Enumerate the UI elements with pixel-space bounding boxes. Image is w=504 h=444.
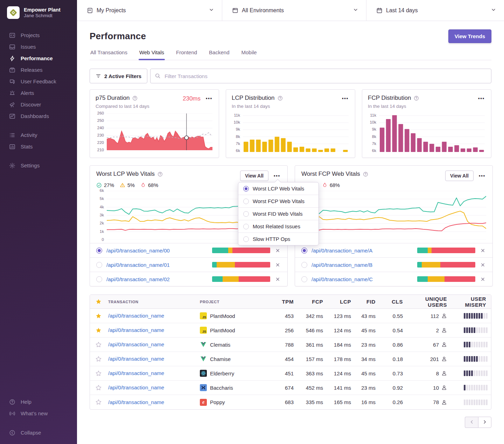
sidebar-item-dashboards[interactable]: Dashboards [0,110,77,122]
transaction-radio[interactable] [301,276,307,282]
filter-transactions-input[interactable] [150,69,491,83]
p75-more-options-button[interactable]: ⋯ [205,95,213,103]
column-header-user-misery[interactable]: USER MISERY [450,296,491,308]
menu-option-radio[interactable] [243,224,249,229]
column-header-cls[interactable]: CLS [378,299,406,305]
remove-transaction-button[interactable] [274,247,281,254]
view-all-button[interactable]: View All [240,171,268,181]
org-switcher[interactable]: Empower Plant Jane Schmidt [0,0,77,26]
sidebar-item-alerts[interactable]: Alerts [0,87,77,99]
sidebar-item-discover[interactable]: Discover [0,99,77,110]
remove-transaction-button[interactable] [274,262,281,268]
help-icon[interactable] [363,172,368,177]
star-outline-icon[interactable] [90,342,105,348]
transaction-link[interactable]: /api/0/transaction_name/C [312,276,413,282]
menu-option-worst-fid-web-vitals[interactable]: Worst FID Web Vitals [238,208,318,220]
transaction-radio[interactable] [96,248,102,254]
menu-option-radio[interactable] [243,236,249,242]
transaction-radio[interactable] [301,262,307,268]
transaction-radio[interactable] [96,262,102,268]
sidebar-item-issues[interactable]: Issues [0,41,77,53]
project-cell[interactable]: JSPlantMood [197,327,273,334]
active-filters-button[interactable]: 2 Active Filters [90,69,147,83]
column-header-unique-users[interactable]: UNIQUE USERS [406,296,450,308]
project-cell[interactable]: Baccharis [197,384,273,391]
transaction-link[interactable]: /api/0/transaction_name [108,370,164,376]
transaction-link[interactable]: /api/0/transaction_name [108,356,164,362]
menu-option-slow-http-ops[interactable]: Slow HTTP Ops [238,233,318,245]
transaction-link[interactable]: /api/0/transaction_name/B [312,262,413,268]
sidebar-item-activity[interactable]: Activity [0,129,77,141]
remove-transaction-button[interactable] [479,262,486,268]
star-outline-icon[interactable] [90,370,105,376]
column-header-fid[interactable]: FID [354,299,378,305]
sidebar-item-collapse[interactable]: Collapse [0,427,77,438]
transaction-link[interactable]: /api/0/transaction_name [108,399,164,405]
column-header-fcp[interactable]: FCP [296,299,326,305]
tab-mobile[interactable]: Mobile [240,49,257,60]
previous-page-button[interactable] [465,417,478,428]
transaction-link[interactable]: /api/0/transaction_name [108,327,164,333]
sidebar-item-performance[interactable]: Performance [0,53,77,64]
remove-transaction-button[interactable] [479,247,486,254]
transaction-link[interactable]: /api/0/transaction_name/01 [106,262,208,268]
tab-all-transactions[interactable]: All Transactions [90,49,128,60]
star-outline-icon[interactable] [90,399,105,405]
tab-backend[interactable]: Backend [208,49,230,60]
transaction-radio[interactable] [301,248,307,254]
transaction-link[interactable]: /api/0/transaction_name/A [312,248,413,254]
help-icon[interactable] [132,96,138,101]
project-cell[interactable]: Elderberry [197,370,273,377]
menu-option-radio[interactable] [243,199,249,204]
menu-option-worst-lcp-web-vitals[interactable]: Worst LCP Web Vitals [238,182,318,195]
menu-option-worst-fcp-web-vitals[interactable]: Worst FCP Web Vitals [238,195,318,208]
view-trends-button[interactable]: View Trends [448,29,491,43]
sidebar-item-projects[interactable]: Projects [0,29,77,41]
menu-option-most-related-issues[interactable]: Most Related Issues [238,220,318,233]
project-cell[interactable]: ePoppy [197,399,273,406]
fcp-more-options-button[interactable]: ⋯ [477,95,485,103]
column-header-tpm[interactable]: TPM [273,299,296,305]
column-header-transaction[interactable]: TRANSACTION [105,300,197,304]
star-filled-icon[interactable] [90,327,105,333]
project-cell[interactable]: JSPlantMood [197,312,273,319]
lcp-more-options-button[interactable]: ⋯ [341,95,349,103]
transaction-link[interactable]: /api/0/transaction_name [108,313,164,319]
star-outline-icon[interactable] [90,385,105,391]
remove-transaction-button[interactable] [274,276,281,283]
menu-option-radio[interactable] [243,186,249,192]
user-misery-cell [450,385,491,390]
project-cell[interactable]: Clematis [197,341,273,348]
star-outline-icon[interactable] [90,356,105,362]
view-all-button[interactable]: View All [445,171,474,181]
tab-frontend[interactable]: Frontend [175,49,198,60]
transaction-link[interactable]: /api/0/transaction_name/00 [106,248,208,254]
worst-fcp-more-options-button[interactable]: ⋯ [478,172,486,180]
sidebar-item-help[interactable]: Help [0,396,77,408]
help-icon[interactable] [414,96,419,101]
star-column-header[interactable] [90,299,105,305]
remove-transaction-button[interactable] [479,276,486,283]
project-selector[interactable]: My Projects [77,0,222,21]
transaction-link[interactable]: /api/0/transaction_name/02 [106,276,208,282]
tab-web-vitals[interactable]: Web Vitals [139,49,165,60]
next-page-button[interactable] [478,417,491,428]
sidebar-item-stats[interactable]: Stats [0,141,77,152]
transaction-link[interactable]: /api/0/transaction_name [108,341,164,347]
help-icon[interactable] [278,96,283,101]
daterange-selector[interactable]: Last 14 days [366,0,504,21]
column-header-lcp[interactable]: LCP [326,299,354,305]
sidebar-item-user-feedback[interactable]: User Feedback [0,76,77,87]
help-icon[interactable] [158,172,163,177]
worst-lcp-more-options-button[interactable]: ⋯ [273,172,281,180]
project-cell[interactable]: Chamise [197,355,273,362]
sidebar-item-what-s-new[interactable]: What’s new [0,408,77,419]
transaction-radio[interactable] [96,276,102,282]
sidebar-item-releases[interactable]: Releases [0,64,77,76]
menu-option-radio[interactable] [243,211,249,217]
transaction-link[interactable]: /api/0/transaction_name [108,384,164,390]
environment-selector[interactable]: All Environments [222,0,366,21]
column-header-project[interactable]: PROJECT [197,300,273,304]
star-filled-icon[interactable] [90,313,105,319]
sidebar-item-settings[interactable]: Settings [0,160,77,171]
